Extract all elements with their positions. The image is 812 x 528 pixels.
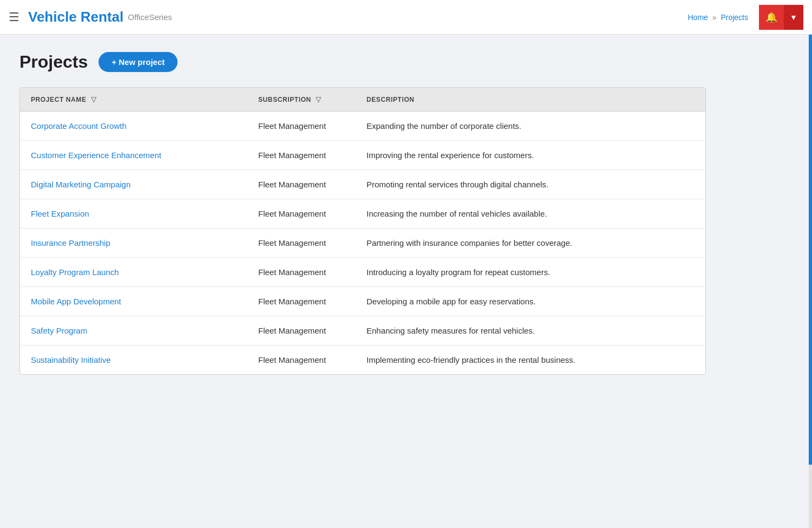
project-name-cell: Customer Experience Enhancement [20,141,247,170]
description-cell: Increasing the number of rental vehicles… [356,199,705,229]
table-row: Insurance PartnershipFleet ManagementPar… [20,229,705,258]
main-content: Projects + New project PROJECT NAME ▽ SU… [0,35,725,392]
menu-icon[interactable]: ☰ [9,11,19,23]
col-label-name: PROJECT NAME [31,96,87,103]
project-name-link[interactable]: Mobile App Development [31,297,121,306]
table-row: Corporate Account GrowthFleet Management… [20,112,705,141]
subscription-cell: Fleet Management [247,112,356,141]
header: ☰ Vehicle Rental OfficeSeries Home » Pro… [0,0,812,35]
scrollbar[interactable] [809,0,812,392]
description-cell: Expanding the number of corporate client… [356,112,705,141]
project-name-link[interactable]: Insurance Partnership [31,238,110,247]
description-cell: Developing a mobile app for easy reserva… [356,287,705,316]
breadcrumb-home[interactable]: Home [687,13,708,22]
project-name-cell: Safety Program [20,316,247,346]
subscription-cell: Fleet Management [247,346,356,375]
notifications-button[interactable]: 🔔 [759,5,784,30]
table-row: Customer Experience EnhancementFleet Man… [20,141,705,170]
table-row: Digital Marketing CampaignFleet Manageme… [20,170,705,199]
col-header-name: PROJECT NAME ▽ [20,88,247,112]
table-row: Loyalty Program LaunchFleet ManagementIn… [20,258,705,287]
table-row: Safety ProgramFleet ManagementEnhancing … [20,316,705,346]
project-name-link[interactable]: Sustainability Initiative [31,355,111,364]
breadcrumb-separator: » [712,13,717,22]
project-name-cell: Fleet Expansion [20,199,247,229]
filter-icon-subscription[interactable]: ▽ [316,95,322,103]
subscription-cell: Fleet Management [247,258,356,287]
project-name-cell: Sustainability Initiative [20,346,247,375]
project-name-link[interactable]: Corporate Account Growth [31,121,127,131]
app-subtitle: OfficeSeries [128,12,172,22]
chevron-down-icon: ▼ [790,13,797,22]
project-name-link[interactable]: Loyalty Program Launch [31,268,119,277]
subscription-cell: Fleet Management [247,199,356,229]
table-body: Corporate Account GrowthFleet Management… [20,112,705,375]
col-label-description: DESCRIPTION [366,96,415,103]
project-name-link[interactable]: Digital Marketing Campaign [31,180,130,189]
projects-table-container: PROJECT NAME ▽ SUBSCRIPTION ▽ DESCRIPTIO… [19,87,706,375]
app-logo: Vehicle Rental [28,9,123,25]
project-name-cell: Mobile App Development [20,287,247,316]
description-cell: Partnering with insurance companies for … [356,229,705,258]
col-label-subscription: SUBSCRIPTION [258,96,311,103]
page-header: Projects + New project [19,52,706,72]
col-header-description: DESCRIPTION [356,88,705,112]
description-cell: Promoting rental services through digita… [356,170,705,199]
project-name-cell: Loyalty Program Launch [20,258,247,287]
subscription-cell: Fleet Management [247,229,356,258]
subscription-cell: Fleet Management [247,316,356,346]
breadcrumb-current[interactable]: Projects [721,13,748,22]
subscription-cell: Fleet Management [247,287,356,316]
scrollbar-thumb [809,0,812,392]
new-project-button[interactable]: + New project [99,52,178,72]
breadcrumb: Home » Projects [687,13,748,22]
user-dropdown-button[interactable]: ▼ [784,5,803,30]
project-name-cell: Digital Marketing Campaign [20,170,247,199]
description-cell: Introducing a loyalty program for repeat… [356,258,705,287]
table-row: Fleet ExpansionFleet ManagementIncreasin… [20,199,705,229]
col-header-subscription: SUBSCRIPTION ▽ [247,88,356,112]
project-name-link[interactable]: Customer Experience Enhancement [31,151,161,160]
project-name-cell: Insurance Partnership [20,229,247,258]
projects-table: PROJECT NAME ▽ SUBSCRIPTION ▽ DESCRIPTIO… [20,88,705,374]
project-name-cell: Corporate Account Growth [20,112,247,141]
bell-icon: 🔔 [765,11,777,23]
description-cell: Improving the rental experience for cust… [356,141,705,170]
filter-icon-name[interactable]: ▽ [91,95,97,103]
project-name-link[interactable]: Fleet Expansion [31,209,89,218]
header-actions: 🔔 ▼ [759,5,803,30]
project-name-link[interactable]: Safety Program [31,326,87,335]
table-row: Sustainability InitiativeFleet Managemen… [20,346,705,375]
page-title: Projects [19,52,88,72]
subscription-cell: Fleet Management [247,170,356,199]
description-cell: Enhancing safety measures for rental veh… [356,316,705,346]
table-header: PROJECT NAME ▽ SUBSCRIPTION ▽ DESCRIPTIO… [20,88,705,112]
table-row: Mobile App DevelopmentFleet ManagementDe… [20,287,705,316]
subscription-cell: Fleet Management [247,141,356,170]
description-cell: Implementing eco-friendly practices in t… [356,346,705,375]
